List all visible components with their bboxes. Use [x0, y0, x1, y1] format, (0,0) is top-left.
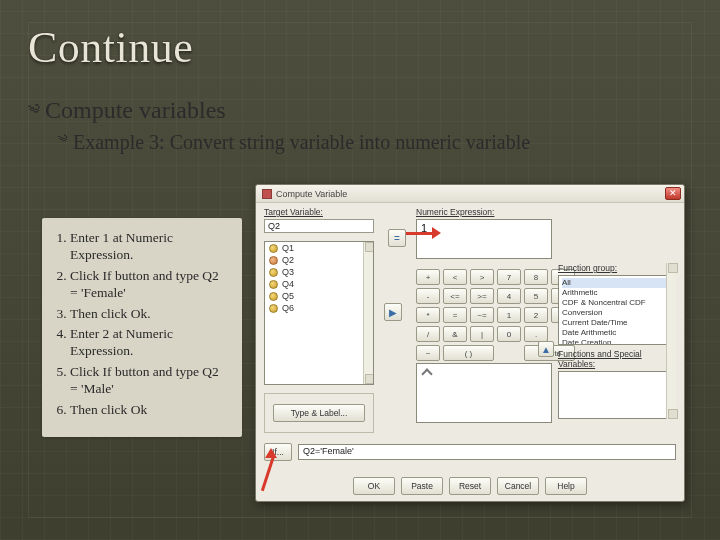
target-variable-label: Target Variable: [264, 207, 323, 217]
step-item: Enter 1 at Numeric Expression. [70, 230, 228, 264]
keypad-button[interactable]: ~ [416, 345, 440, 361]
keypad-button[interactable]: + [416, 269, 440, 285]
variable-list-item[interactable]: Q5 [265, 290, 373, 302]
step-item: Click If button and type Q2 = 'Female' [70, 268, 228, 302]
nominal-var-icon [269, 244, 278, 253]
nominal-var-icon [269, 268, 278, 277]
keypad-button[interactable]: / [416, 326, 440, 342]
keypad-button[interactable]: * [416, 307, 440, 323]
keypad-button[interactable]: <= [443, 288, 467, 304]
source-variable-list[interactable]: Q1Q2Q3Q4Q5Q6 [264, 241, 374, 385]
keypad-button[interactable]: & [443, 326, 467, 342]
keypad-button[interactable]: < [443, 269, 467, 285]
variable-name: Q4 [282, 279, 294, 289]
function-group-item[interactable]: Arithmetic [562, 288, 672, 298]
functions-label: Functions and Special Variables: [558, 349, 676, 369]
target-variable-input[interactable]: Q2 [264, 219, 374, 233]
functions-list[interactable] [558, 371, 676, 419]
keypad-button[interactable]: > [470, 269, 494, 285]
function-group-list[interactable]: AllArithmeticCDF & Noncentral CDFConvers… [558, 275, 676, 345]
keypad-button[interactable]: 7 [497, 269, 521, 285]
numeric-expression-input[interactable]: 1 [416, 219, 552, 259]
function-panel: Function group: AllArithmeticCDF & Nonce… [558, 263, 676, 419]
function-group-label: Function group: [558, 263, 676, 273]
step-item: Click If button and type Q2 = 'Male' [70, 364, 228, 398]
keypad-button[interactable]: 2 [524, 307, 548, 323]
variable-name: Q3 [282, 267, 294, 277]
close-button[interactable]: ✕ [665, 187, 681, 200]
scrollbar-vertical[interactable] [666, 263, 676, 419]
scrollbar-vertical[interactable] [363, 242, 373, 384]
type-and-label-button[interactable]: Type & Label... [273, 404, 365, 422]
insert-function-up-button[interactable]: ▲ [538, 341, 554, 357]
function-group-item[interactable]: Current Date/Time [562, 318, 672, 328]
app-icon [262, 189, 272, 199]
variable-name: Q2 [282, 255, 294, 265]
keypad-button[interactable]: 0 [497, 326, 521, 342]
step-item: Then click Ok [70, 402, 228, 419]
keypad-button[interactable]: 5 [524, 288, 548, 304]
dialog-button-row: OKPasteResetCancelHelp [256, 477, 684, 495]
keypad-button[interactable]: - [416, 288, 440, 304]
titlebar-left: Compute Variable [262, 189, 347, 199]
scale-var-icon [269, 256, 278, 265]
variable-list-item[interactable]: Q4 [265, 278, 373, 290]
function-group-item[interactable]: Date Arithmetic [562, 328, 672, 338]
if-condition-row: If... Q2='Female' [264, 441, 676, 463]
step-item: Then click Ok. [70, 306, 228, 323]
function-group-item[interactable]: Conversion [562, 308, 672, 318]
reset-button[interactable]: Reset [449, 477, 491, 495]
paste-button[interactable]: Paste [401, 477, 443, 495]
variable-list-item[interactable]: Q1 [265, 242, 373, 254]
variable-name: Q5 [282, 291, 294, 301]
ok-button[interactable]: OK [353, 477, 395, 495]
dialog-titlebar[interactable]: Compute Variable ✕ [256, 185, 684, 203]
cancel-button[interactable]: Cancel [497, 477, 539, 495]
numeric-expression-label: Numeric Expression: [416, 207, 494, 217]
step-item: Enter 2 at Numeric Expression. [70, 326, 228, 360]
type-label-group: Type & Label... [264, 393, 374, 433]
function-description-area [416, 363, 552, 423]
if-condition-field[interactable]: Q2='Female' [298, 444, 676, 460]
variable-name: Q6 [282, 303, 294, 313]
nominal-var-icon [269, 304, 278, 313]
keypad-button[interactable]: . [524, 326, 548, 342]
keypad-button[interactable]: 4 [497, 288, 521, 304]
variable-list-item[interactable]: Q2 [265, 254, 373, 266]
function-group-item[interactable]: Date Creation [562, 338, 672, 345]
function-group-item[interactable]: CDF & Noncentral CDF [562, 298, 672, 308]
nominal-var-icon [269, 292, 278, 301]
variable-name: Q1 [282, 243, 294, 253]
nominal-var-icon [269, 280, 278, 289]
dialog-title: Compute Variable [276, 189, 347, 199]
keypad-button[interactable]: >= [470, 288, 494, 304]
slide: Continue ༄ Compute variables ༄ Example 3… [0, 0, 720, 540]
keypad-button[interactable]: 1 [497, 307, 521, 323]
keypad-button[interactable]: = [443, 307, 467, 323]
compute-variable-dialog: Compute Variable ✕ Target Variable: Q2 =… [255, 184, 685, 502]
help-button[interactable]: Help [545, 477, 587, 495]
steps-callout: Enter 1 at Numeric Expression.Click If b… [42, 218, 242, 437]
keypad-button[interactable]: 8 [524, 269, 548, 285]
equals-indicator: = [388, 229, 406, 247]
variable-list-item[interactable]: Q3 [265, 266, 373, 278]
keypad-button[interactable]: ~= [470, 307, 494, 323]
dialog-body: Target Variable: Q2 = Numeric Expression… [256, 203, 684, 501]
transfer-right-button[interactable]: ▶ [384, 303, 402, 321]
variable-list-item[interactable]: Q6 [265, 302, 373, 314]
keypad-button[interactable]: | [470, 326, 494, 342]
keypad-button[interactable]: ( ) [443, 345, 494, 361]
steps-list: Enter 1 at Numeric Expression.Click If b… [70, 230, 228, 419]
function-group-item[interactable]: All [562, 278, 672, 288]
